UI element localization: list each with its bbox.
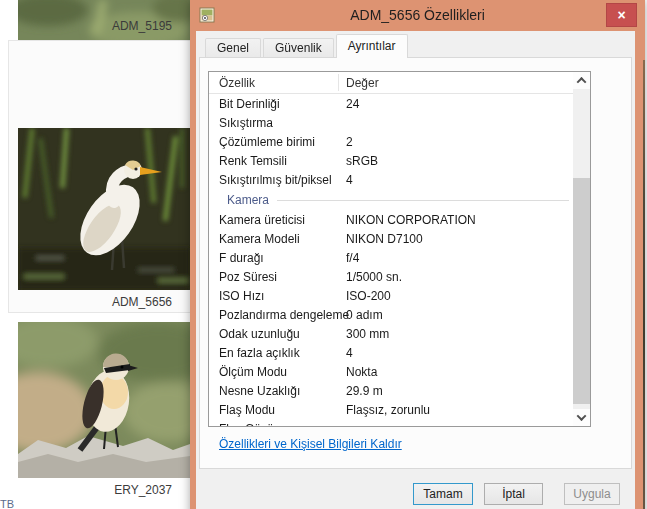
property-row[interactable]: F durağıf/4 — [209, 249, 573, 268]
property-name: Nesne Uzaklığı — [219, 382, 300, 401]
property-row[interactable]: Bit Derinliği24 — [209, 95, 573, 114]
property-name: Pozlandırma dengeleme — [219, 306, 349, 325]
property-name: Odak uzunluğu — [219, 325, 300, 344]
scroll-down-button[interactable] — [573, 409, 590, 426]
apply-button[interactable]: Uygula — [564, 483, 620, 505]
tab-ayrintilar[interactable]: Ayrıntılar — [336, 34, 408, 58]
property-row[interactable]: Sıkıştırılmış bit/piksel4 — [209, 171, 573, 190]
property-name: Flaş Modu — [219, 401, 275, 420]
chevron-up-icon — [577, 77, 587, 87]
close-icon: × — [617, 7, 625, 23]
property-row[interactable]: Odak uzunluğu300 mm — [209, 325, 573, 344]
dialog-titlebar[interactable]: ADM_5656 Özellikleri × — [190, 0, 645, 31]
dialog-title: ADM_5656 Özellikleri — [190, 7, 645, 23]
column-divider[interactable] — [338, 74, 339, 91]
thumbnail-photo-adm-5656[interactable] — [18, 128, 190, 290]
property-name: Ölçüm Modu — [219, 363, 287, 382]
cancel-button[interactable]: İptal — [484, 483, 543, 505]
property-row[interactable]: Ölçüm ModuNokta — [209, 363, 573, 382]
property-row[interactable]: Renk TemsilisRGB — [209, 152, 573, 171]
property-row[interactable]: ISO HızıISO-200 — [209, 287, 573, 306]
property-name: Çözümleme birimi — [219, 133, 315, 152]
properties-list: Özellik Değer Bit Derinliği24SıkıştırmaÇ… — [208, 71, 591, 427]
background-photo-sliver — [643, 60, 645, 509]
property-value: 1/5000 sn. — [346, 268, 402, 287]
remove-properties-link[interactable]: Özellikleri ve Kişisel Bilgileri Kaldır — [219, 437, 402, 451]
group-header-label: Kamera — [227, 190, 269, 211]
property-value: Flaşsız, zorunlu — [346, 401, 430, 420]
property-name: ISO Hızı — [219, 287, 264, 306]
ok-button[interactable]: Tamam — [413, 483, 473, 505]
property-name: Kamera üreticisi — [219, 211, 305, 230]
property-value: Nokta — [346, 363, 377, 382]
property-name: Renk Temsili — [219, 152, 287, 171]
property-value: sRGB — [346, 152, 378, 171]
property-row[interactable]: Poz Süresi1/5000 sn. — [209, 268, 573, 287]
property-row[interactable]: Kamera üreticisiNIKON CORPORATION — [209, 211, 573, 230]
property-value: NIKON CORPORATION — [346, 211, 476, 230]
group-header: Kamera — [209, 190, 573, 211]
property-row[interactable]: Sıkıştırma — [209, 114, 573, 133]
tab-guvenlik[interactable]: Güvenlik — [263, 38, 334, 58]
property-name: Kamera Modeli — [219, 230, 300, 249]
chevron-down-icon — [577, 411, 587, 421]
property-value: 2 — [346, 133, 353, 152]
property-name: Sıkıştırma — [219, 114, 273, 133]
list-header[interactable]: Özellik Değer — [209, 72, 590, 94]
property-value: 4 — [346, 171, 353, 190]
property-row[interactable]: Kamera ModeliNIKON D7100 — [209, 230, 573, 249]
property-name: F durağı — [219, 249, 264, 268]
property-row[interactable]: Çözümleme birimi2 — [209, 133, 573, 152]
property-name: Sıkıştırılmış bit/piksel — [219, 171, 332, 190]
property-value: 29.9 m — [346, 382, 383, 401]
tab-strip: Genel Güvenlik Ayrıntılar — [205, 36, 410, 58]
column-header-property[interactable]: Özellik — [219, 76, 255, 90]
property-value: 24 — [346, 95, 359, 114]
close-button[interactable]: × — [606, 3, 637, 27]
scrollbar-thumb[interactable] — [573, 178, 590, 404]
property-row[interactable]: En fazla açıklık4 — [209, 344, 573, 363]
property-value: ISO-200 — [346, 287, 391, 306]
property-value: 300 mm — [346, 325, 389, 344]
property-row[interactable]: Flaş ModuFlaşsız, zorunlu — [209, 401, 573, 420]
scroll-up-button[interactable] — [573, 72, 590, 89]
file-label-ery-2037[interactable]: ERY_2037 — [18, 483, 172, 497]
thumbnail-photo-ery-2037[interactable] — [18, 322, 190, 478]
property-name: En fazla açıklık — [219, 344, 300, 363]
property-value: f/4 — [346, 249, 359, 268]
property-value: NIKON D7100 — [346, 230, 423, 249]
property-value: 4 — [346, 344, 353, 363]
property-row[interactable]: Nesne Uzaklığı29.9 m — [209, 382, 573, 401]
clipped-text-fragment: TB — [0, 498, 14, 509]
property-rows: Bit Derinliği24SıkıştırmaÇözümleme birim… — [209, 95, 573, 426]
property-row[interactable]: Pozlandırma dengeleme0 adım — [209, 306, 573, 325]
properties-dialog: ADM_5656 Özellikleri × Genel Güvenlik Ay… — [190, 0, 645, 509]
group-header-rule — [277, 200, 569, 201]
column-header-value[interactable]: Değer — [346, 76, 379, 90]
dialog-body: Genel Güvenlik Ayrıntılar Özellik Değer … — [196, 31, 635, 509]
details-tab-page: Özellik Değer Bit Derinliği24SıkıştırmaÇ… — [199, 57, 632, 469]
property-name: Poz Süresi — [219, 268, 277, 287]
property-name: Bit Derinliği — [219, 95, 280, 114]
tab-genel[interactable]: Genel — [205, 38, 261, 58]
file-label-adm-5195[interactable]: ADM_5195 — [18, 19, 172, 33]
property-row[interactable]: Flaş Gücü — [209, 420, 573, 427]
file-label-adm-5656[interactable]: ADM_5656 — [18, 295, 172, 309]
property-name: Flaş Gücü — [219, 420, 274, 427]
vertical-scrollbar[interactable] — [573, 72, 590, 426]
property-value: 0 adım — [346, 306, 383, 325]
